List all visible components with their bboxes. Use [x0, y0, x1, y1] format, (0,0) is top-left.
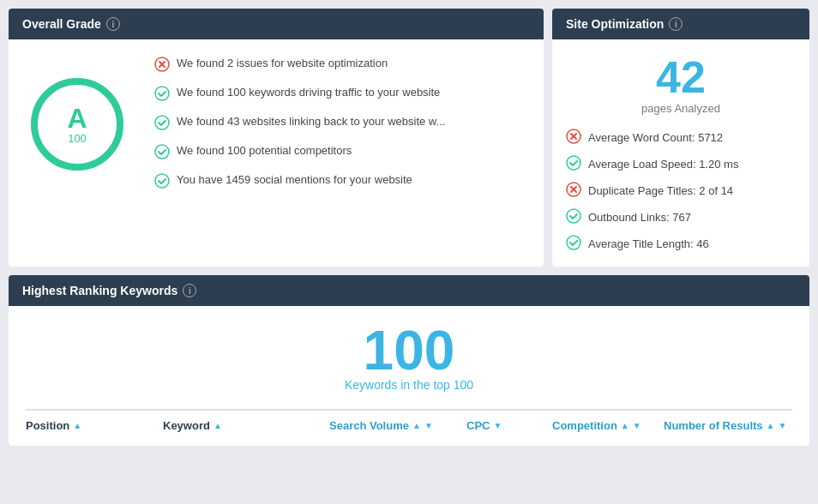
- main-container: Overall Grade i A 100: [0, 0, 818, 454]
- list-item: Average Title Length: 46: [566, 235, 796, 253]
- sort-asc-icon: ▲: [214, 421, 222, 430]
- sort-desc-icon: ▼: [493, 421, 502, 430]
- svg-point-3: [155, 87, 169, 100]
- keywords-title: Highest Ranking Keywords: [22, 284, 177, 297]
- check-icon: [154, 173, 170, 192]
- list-item: We found 100 keywords driving traffic to…: [154, 86, 526, 105]
- list-item: Outbound Links: 767: [566, 208, 796, 226]
- sort-desc-icon: ▼: [633, 421, 641, 430]
- issue-text: You have 1459 social mentions for your w…: [177, 173, 412, 186]
- th-position-label: Position: [26, 419, 69, 432]
- opt-item-text: Average Load Speed: 1.20 ms: [588, 158, 738, 171]
- keywords-header: Highest Ranking Keywords i: [9, 275, 809, 306]
- check-icon: [154, 115, 170, 134]
- grade-circle: A 100: [26, 73, 129, 176]
- th-keyword[interactable]: Keyword ▲: [163, 419, 329, 432]
- issue-text: We found 100 potential competitors: [177, 144, 352, 157]
- grade-circle-text: A 100: [67, 105, 87, 145]
- sort-desc-icon: ▼: [778, 421, 786, 430]
- sort-asc-icon: ▲: [412, 421, 421, 430]
- svg-point-4: [155, 116, 169, 129]
- x-icon: [566, 182, 581, 200]
- list-item: You have 1459 social mentions for your w…: [154, 173, 526, 192]
- overall-grade-info-icon[interactable]: i: [106, 17, 120, 31]
- overall-grade-header: Overall Grade i: [9, 9, 544, 39]
- list-item: Average Word Count: 5712: [566, 129, 796, 147]
- keywords-count: 100: [26, 323, 792, 378]
- sort-asc-icon: ▲: [73, 421, 81, 430]
- sort-desc-icon: ▼: [424, 421, 433, 430]
- sort-asc-icon: ▲: [621, 421, 629, 430]
- opt-item-text: Average Title Length: 46: [588, 237, 709, 250]
- list-item: Duplicate Page Titles: 2 of 14: [566, 182, 796, 200]
- x-icon: [566, 129, 581, 147]
- pages-analyzed-label: pages Analyzed: [566, 102, 796, 115]
- site-optimization-title: Site Optimization: [566, 17, 664, 31]
- svg-point-6: [155, 174, 169, 188]
- pages-analyzed-number: 42: [566, 53, 796, 102]
- th-cpc[interactable]: CPC ▼: [466, 419, 552, 432]
- issues-list: We found 2 issues for website optimizati…: [154, 57, 526, 192]
- site-optimization-header: Site Optimization i: [552, 9, 809, 39]
- opt-item-text: Duplicate Page Titles: 2 of 14: [588, 184, 733, 197]
- th-number-of-results[interactable]: Number of Results ▲ ▼: [664, 419, 792, 432]
- th-search-volume[interactable]: Search Volume ▲ ▼: [329, 419, 466, 432]
- issue-text: We found 2 issues for website optimizati…: [177, 57, 388, 69]
- list-item: Average Load Speed: 1.20 ms: [566, 155, 796, 173]
- table-header: Position ▲ Keyword ▲ Search Volume ▲ ▼ C…: [26, 409, 792, 437]
- overall-grade-title: Overall Grade: [22, 17, 101, 31]
- list-item: We found 100 potential competitors: [154, 144, 526, 163]
- th-competition-label: Competition: [552, 419, 617, 432]
- check-icon: [154, 144, 170, 163]
- issue-text: We found 100 keywords driving traffic to…: [177, 86, 440, 99]
- keywords-body: 100 Keywords in the top 100 Position ▲ K…: [9, 306, 809, 446]
- list-item: We found 2 issues for website optimizati…: [154, 57, 526, 75]
- site-optimization-info-icon[interactable]: i: [669, 17, 683, 31]
- th-search-volume-label: Search Volume: [329, 419, 409, 432]
- th-keyword-label: Keyword: [163, 419, 210, 432]
- opt-items: Average Word Count: 5712 Average Load Sp…: [566, 129, 796, 253]
- overall-grade-panel: Overall Grade i A 100: [9, 9, 544, 267]
- list-item: We found 43 websites linking back to you…: [154, 115, 526, 134]
- grade-letter: A: [67, 105, 87, 132]
- keywords-label: Keywords in the top 100: [26, 378, 792, 392]
- issue-text: We found 43 websites linking back to you…: [177, 115, 445, 128]
- site-optimization-body: 42 pages Analyzed Average Word Count: 57…: [552, 39, 809, 267]
- svg-point-5: [155, 145, 169, 159]
- svg-point-14: [567, 209, 580, 223]
- th-results-label: Number of Results: [664, 419, 763, 432]
- keywords-info-icon[interactable]: i: [183, 284, 196, 297]
- th-competition[interactable]: Competition ▲ ▼: [552, 419, 664, 432]
- opt-item-text: Outbound Links: 767: [588, 211, 691, 224]
- overall-grade-body: A 100 We found 2 issues for website opti…: [9, 39, 544, 209]
- check-icon: [566, 208, 581, 226]
- grade-number: 100: [67, 132, 87, 145]
- x-icon: [154, 57, 170, 75]
- check-icon: [566, 235, 581, 253]
- check-icon: [566, 155, 581, 173]
- th-position[interactable]: Position ▲: [26, 419, 163, 432]
- top-row: Overall Grade i A 100: [9, 9, 809, 267]
- svg-point-10: [567, 156, 580, 170]
- opt-item-text: Average Word Count: 5712: [588, 131, 723, 144]
- svg-point-15: [567, 236, 580, 249]
- keywords-panel: Highest Ranking Keywords i 100 Keywords …: [9, 275, 809, 446]
- sort-asc-icon: ▲: [767, 421, 775, 430]
- site-optimization-panel: Site Optimization i 42 pages Analyzed Av…: [552, 9, 809, 267]
- check-icon: [154, 86, 170, 105]
- th-cpc-label: CPC: [466, 419, 490, 432]
